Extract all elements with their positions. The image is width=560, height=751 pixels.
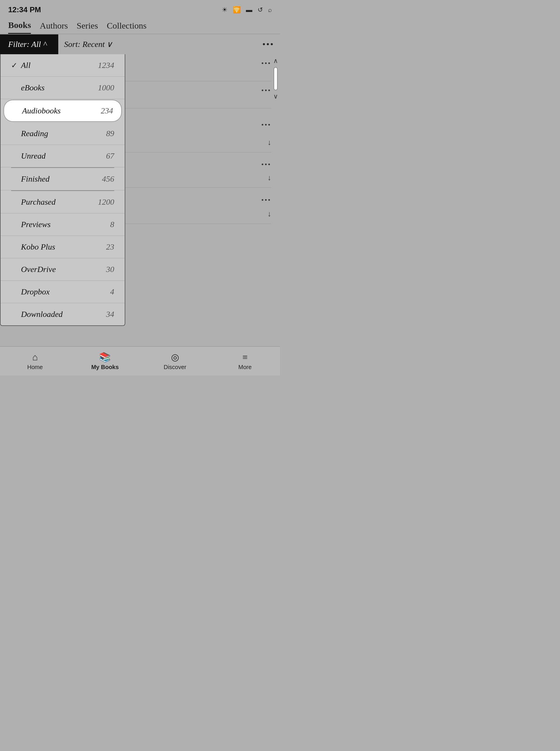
filter-item-count: 1200 xyxy=(98,197,114,207)
more-options-button[interactable]: ••• xyxy=(262,39,280,49)
check-icon: ✓ xyxy=(11,61,18,70)
sort-button[interactable]: Sort: Recent ∨ xyxy=(58,34,118,54)
nav-my-books[interactable]: 📚 My Books xyxy=(70,347,140,376)
search-icon[interactable]: ⌕ xyxy=(268,6,272,14)
filter-item-count: 34 xyxy=(106,310,114,319)
nav-home-label: Home xyxy=(27,364,42,370)
brightness-icon: ☀ xyxy=(222,6,227,14)
filter-item-count: 30 xyxy=(106,265,114,274)
filter-item-ebooks[interactable]: ✓ eBooks 1000 xyxy=(1,77,125,99)
main-content: ✓ All 1234 ✓ eBooks 1000 ✓ Audiobooks 23… xyxy=(0,54,280,328)
book-more-button[interactable]: ••• xyxy=(261,86,271,94)
nav-more-label: More xyxy=(238,364,252,370)
status-icons: ☀ 🛜 ▬ ↺ ⌕ xyxy=(222,6,272,14)
filter-item-overdrive[interactable]: ✓ OverDrive 30 xyxy=(1,258,125,281)
filter-item-label: Dropbox xyxy=(21,287,110,296)
filter-item-label: Unread xyxy=(21,151,106,161)
nav-discover[interactable]: ◎ Discover xyxy=(140,347,210,376)
filter-item-label: Purchased xyxy=(21,197,98,207)
status-bar: 12:34 PM ☀ 🛜 ▬ ↺ ⌕ xyxy=(0,0,280,17)
filter-item-label: All xyxy=(21,61,98,70)
download-button[interactable]: ↓ xyxy=(267,210,271,218)
wifi-icon: 🛜 xyxy=(233,6,241,14)
discover-icon: ◎ xyxy=(171,352,179,363)
filter-item-previews[interactable]: ✓ Previews 8 xyxy=(1,213,125,236)
filter-chevron: ^ xyxy=(43,40,47,49)
book-more-button[interactable]: ••• xyxy=(261,161,271,169)
scrollbar: ∧ ∨ xyxy=(271,54,280,328)
nav-more[interactable]: ≡ More xyxy=(210,347,280,376)
home-icon: ⌂ xyxy=(32,352,38,363)
filter-item-dropbox[interactable]: ✓ Dropbox 4 xyxy=(1,281,125,303)
tab-authors[interactable]: Authors xyxy=(40,21,68,34)
filter-item-label: OverDrive xyxy=(21,265,106,274)
filter-dropdown: ✓ All 1234 ✓ eBooks 1000 ✓ Audiobooks 23… xyxy=(0,54,125,326)
filter-item-count: 1000 xyxy=(98,83,114,92)
book-more-button[interactable]: ••• xyxy=(261,121,271,129)
tab-collections[interactable]: Collections xyxy=(107,21,146,34)
scroll-up-button[interactable]: ∧ xyxy=(273,57,278,65)
filter-item-count: 1234 xyxy=(98,61,114,70)
filter-item-count: 67 xyxy=(106,151,114,161)
filter-item-count: 23 xyxy=(106,242,114,252)
filter-item-count: 89 xyxy=(106,129,114,138)
filter-item-unread[interactable]: ✓ Unread 67 xyxy=(1,145,125,167)
book-more-button[interactable]: ••• xyxy=(261,196,271,204)
nav-home[interactable]: ⌂ Home xyxy=(0,347,70,376)
filter-button[interactable]: Filter: All ^ xyxy=(0,34,58,54)
filter-item-label: Finished xyxy=(21,174,102,184)
nav-discover-label: Discover xyxy=(164,364,186,370)
filter-item-all[interactable]: ✓ All 1234 xyxy=(1,54,125,77)
filter-item-audiobooks[interactable]: ✓ Audiobooks 234 xyxy=(4,100,121,121)
nav-tabs: Books Authors Series Collections xyxy=(0,17,280,34)
download-button[interactable]: ↓ xyxy=(267,138,271,147)
filter-item-label: Audiobooks xyxy=(22,106,101,115)
filter-item-finished[interactable]: ✓ Finished 456 xyxy=(1,168,125,190)
filter-item-kobo-plus[interactable]: ✓ Kobo Plus 23 xyxy=(1,236,125,258)
book-more-button[interactable]: ••• xyxy=(261,59,271,68)
scroll-thumb[interactable] xyxy=(274,67,278,90)
filter-item-label: Previews xyxy=(21,220,110,229)
filter-item-label: Kobo Plus xyxy=(21,242,106,252)
tab-books[interactable]: Books xyxy=(8,20,31,34)
filter-item-count: 4 xyxy=(110,287,114,296)
filter-item-purchased[interactable]: ✓ Purchased 1200 xyxy=(1,191,125,213)
download-button[interactable]: ↓ xyxy=(267,173,271,182)
nav-my-books-label: My Books xyxy=(91,364,119,370)
filter-item-count: 456 xyxy=(102,174,114,184)
sort-label: Sort: Recent xyxy=(64,40,105,49)
filter-item-label: Reading xyxy=(21,129,106,138)
more-icon: ≡ xyxy=(242,352,248,363)
filter-item-label: eBooks xyxy=(21,83,98,92)
filter-item-downloaded[interactable]: ✓ Downloaded 34 xyxy=(1,303,125,325)
battery-icon: ▬ xyxy=(246,6,252,14)
sync-icon: ↺ xyxy=(258,6,263,14)
filter-bar: Filter: All ^ Sort: Recent ∨ ••• xyxy=(0,34,280,54)
my-books-icon: 📚 xyxy=(99,352,111,363)
filter-item-reading[interactable]: ✓ Reading 89 xyxy=(1,122,125,145)
tab-series[interactable]: Series xyxy=(77,21,98,34)
bottom-navigation: ⌂ Home 📚 My Books ◎ Discover ≡ More xyxy=(0,346,280,376)
filter-label: Filter: All xyxy=(8,40,41,49)
filter-item-count: 8 xyxy=(110,220,114,229)
sort-chevron: ∨ xyxy=(106,39,112,49)
filter-item-label: Downloaded xyxy=(21,310,106,319)
status-time: 12:34 PM xyxy=(8,5,41,14)
filter-item-count: 234 xyxy=(101,106,113,115)
scroll-down-button[interactable]: ∨ xyxy=(273,93,278,100)
